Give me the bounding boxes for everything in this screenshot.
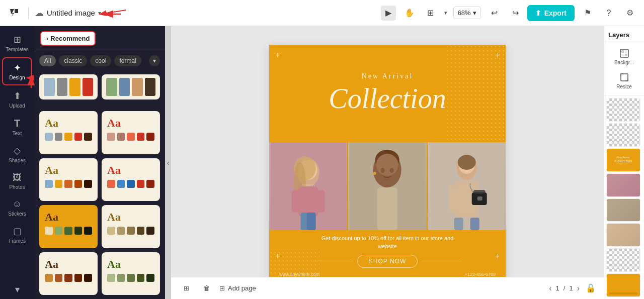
layer-thumb-3[interactable]	[606, 248, 640, 272]
background-icon	[619, 48, 629, 58]
palette-grid: Aa Aa	[34, 70, 165, 299]
canvas-wrapper: + + New Arrival Collection	[171, 26, 604, 299]
undo-btn[interactable]: ↩	[487, 6, 502, 21]
export-button[interactable]: ⬆ Export	[527, 5, 575, 21]
palette-card-5[interactable]: Aa	[39, 205, 98, 248]
design-bottom-section: + + Get discount up to 10% off for all i…	[269, 230, 506, 281]
design-photo-3	[428, 142, 506, 230]
layer-thumb-1[interactable]	[606, 98, 640, 122]
design-image: + + New Arrival Collection	[269, 45, 506, 281]
plus-tr: +	[495, 51, 500, 60]
zoom-value: 68%	[458, 9, 471, 17]
upload-label: Upload	[9, 103, 25, 109]
palette-card-7[interactable]: Aa	[39, 252, 98, 295]
palette-card-1[interactable]: Aa	[39, 111, 98, 154]
svg-text:fashion: fashion	[302, 183, 315, 187]
filter-tab-all[interactable]: All	[39, 55, 56, 66]
svg-point-17	[373, 172, 376, 175]
text-label: Text	[13, 131, 22, 136]
layout-dropdown-icon[interactable]: ▾	[444, 10, 447, 16]
sidebar-item-design[interactable]: ✦ Design	[2, 57, 32, 85]
canvas-delete-btn[interactable]: 🗑	[199, 281, 213, 295]
svg-point-16	[390, 168, 394, 173]
new-arrival-text: New Arrival	[362, 72, 414, 80]
design-canvas[interactable]: + + New Arrival Collection	[269, 45, 506, 281]
shop-now-btn[interactable]: SHOP NOW	[357, 255, 418, 268]
sidebar-item-photos[interactable]: 🖼 Photos	[2, 168, 32, 194]
sidebar-collapse-btn[interactable]: ▾	[15, 284, 20, 295]
filter-tab-formal[interactable]: formal	[114, 55, 141, 66]
design-photos-section: fashion	[269, 142, 506, 230]
layout-tool-btn[interactable]: ⊞	[423, 6, 438, 21]
svg-rect-35	[621, 74, 628, 81]
redo-btn[interactable]: ↪	[508, 6, 523, 21]
add-page-btn[interactable]: ⊞ Add page	[219, 284, 256, 292]
filter-more-dropdown[interactable]: ▾	[149, 55, 160, 66]
discount-text: Get discount up to 10% off for all item …	[317, 234, 458, 251]
layer-thumb-design[interactable]: New Arrival Collection	[606, 148, 640, 172]
document-title[interactable]: Untitled image	[47, 9, 95, 17]
text-icon: T	[14, 118, 20, 129]
panel-collapse-handle[interactable]	[165, 26, 171, 299]
background-label: Backgr...	[614, 60, 634, 65]
page-nav: ‹ 1 / 1 ›	[549, 284, 580, 293]
recommend-label: Recommend	[50, 35, 90, 42]
export-icon: ⬆	[535, 9, 541, 17]
prev-page-btn[interactable]: ‹	[549, 284, 551, 293]
layer-thumb-photo2[interactable]	[606, 198, 640, 222]
resize-icon	[619, 72, 629, 82]
plus-tl: +	[275, 51, 280, 60]
select-tool-btn[interactable]: ▶	[381, 6, 396, 21]
layer-thumb-2[interactable]	[606, 123, 640, 147]
sidebar-item-stickers[interactable]: ☺ Stickers	[2, 195, 32, 221]
app-logo[interactable]	[6, 5, 22, 21]
design-photo-1: fashion	[269, 142, 347, 230]
page-total: 1	[569, 284, 573, 292]
palette-card-4[interactable]: Aa	[102, 158, 160, 201]
shapes-label: Shapes	[9, 158, 26, 163]
shield-btn[interactable]: ⚑	[580, 5, 596, 21]
canvas-page-icon-btn[interactable]: ⊞	[179, 281, 193, 295]
zoom-control[interactable]: 68% ▾	[453, 7, 481, 19]
svg-rect-9	[307, 213, 316, 230]
title-dropdown-icon[interactable]: ▾	[98, 10, 101, 17]
layer-thumb-photo1[interactable]	[606, 173, 640, 197]
templates-label: Templates	[6, 47, 29, 52]
sidebar-item-shapes[interactable]: ◇ Shapes	[2, 141, 32, 167]
palette-card-2[interactable]: Aa	[102, 111, 160, 154]
lock-btn[interactable]: 🔓	[586, 283, 596, 293]
palette-card-8[interactable]: Aa	[102, 252, 160, 295]
topbar-right: ⬆ Export ⚑ ? ⚙	[527, 5, 638, 21]
layer-thumb-photo3[interactable]	[606, 223, 640, 247]
palette-card-6[interactable]: Aa	[102, 205, 160, 248]
hand-tool-btn[interactable]: ✋	[402, 6, 417, 21]
recommend-header: ‹ Recommend	[34, 26, 165, 51]
zoom-dropdown-icon: ▾	[473, 9, 476, 17]
sidebar-item-frames[interactable]: ▢ Frames	[2, 222, 32, 248]
photos-icon: 🖼	[13, 172, 22, 183]
settings-btn[interactable]: ⚙	[622, 5, 638, 21]
palette-card-0[interactable]	[39, 74, 98, 99]
layer-thumb-gold[interactable]	[606, 273, 640, 297]
svg-rect-32	[625, 50, 627, 53]
layers-panel: Layers Backgr... Resize	[604, 26, 644, 299]
sidebar-item-upload[interactable]: ⬆ Upload	[2, 86, 32, 113]
filter-tab-classic[interactable]: classic	[59, 55, 87, 66]
sidebar-item-templates[interactable]: ⊞ Templates	[2, 30, 32, 56]
palette-card-3[interactable]: Aa	[39, 158, 98, 201]
filter-tab-cool[interactable]: cool	[90, 55, 111, 66]
svg-point-22	[457, 155, 475, 170]
resize-tool[interactable]: Resize	[606, 69, 642, 92]
recommend-back-btn[interactable]: ‹ Recommend	[40, 31, 96, 46]
next-page-btn[interactable]: ›	[577, 284, 580, 293]
photos-label: Photos	[9, 184, 25, 190]
cloud-save-icon: ☁	[35, 8, 44, 19]
layers-tools: Backgr... Resize	[604, 42, 644, 96]
phone-text: +123-456-6789	[465, 272, 496, 277]
svg-rect-27	[477, 196, 482, 201]
topbar: ☁ Untitled image ▾ ▶ ✋ ⊞ ▾ 68% ▾ ↩ ↪ ⬆ E…	[0, 0, 644, 26]
palette-card-0b[interactable]	[102, 74, 160, 99]
sidebar-item-text[interactable]: T Text	[2, 114, 32, 140]
help-btn[interactable]: ?	[601, 5, 617, 21]
background-tool[interactable]: Backgr...	[606, 45, 642, 68]
